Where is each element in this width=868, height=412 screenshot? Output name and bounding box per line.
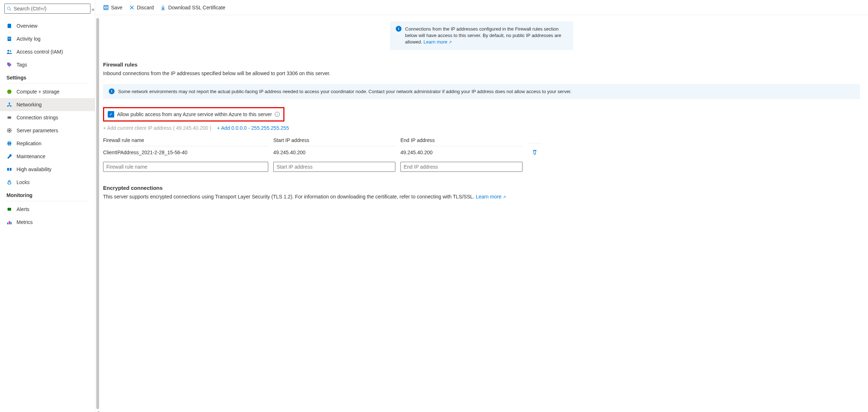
external-link-icon: ↗ xyxy=(503,195,506,199)
allow-azure-label: Allow public access from any Azure servi… xyxy=(117,111,272,117)
sidebar-divider xyxy=(6,201,88,201)
allow-azure-help-icon[interactable]: i xyxy=(275,112,280,117)
external-link-icon: ↗ xyxy=(449,40,452,44)
svg-rect-14 xyxy=(7,168,9,171)
svg-point-9 xyxy=(10,105,11,107)
sidebar-item-high-availability[interactable]: High availability xyxy=(0,163,95,176)
trash-icon xyxy=(532,149,538,155)
svg-rect-20 xyxy=(10,222,11,224)
col-header-name: Firewall rule name xyxy=(103,137,268,146)
new-rule-start-input[interactable] xyxy=(273,162,395,172)
sidebar: Search (Ctrl+/) « ▾ Overview Activity lo… xyxy=(0,0,95,412)
svg-point-6 xyxy=(7,90,11,94)
search-input[interactable]: Search (Ctrl+/) xyxy=(4,4,90,14)
gear-icon xyxy=(6,128,12,133)
col-header-end: End IP address xyxy=(400,137,523,146)
log-icon xyxy=(6,36,12,42)
download-ssl-button[interactable]: Download SSL Certificate xyxy=(160,5,225,10)
network-icon xyxy=(6,102,12,107)
svg-point-4 xyxy=(8,50,9,52)
database-icon xyxy=(6,23,12,29)
svg-rect-15 xyxy=(10,168,11,171)
save-label: Save xyxy=(111,5,122,10)
sidebar-item-overview[interactable]: Overview xyxy=(0,19,95,32)
info-network-environments: i Some network environments may not repo… xyxy=(103,84,860,99)
sidebar-divider xyxy=(6,83,88,84)
sidebar-item-label: Networking xyxy=(17,102,42,107)
sidebar-item-label: Maintenance xyxy=(17,154,45,159)
firewall-rules-desc: Inbound connections from the IP addresse… xyxy=(103,70,860,76)
sidebar-item-access-control[interactable]: Access control (IAM) xyxy=(0,45,95,58)
sidebar-item-server-parameters[interactable]: Server parameters xyxy=(0,124,95,137)
ip-actions-row: + Add current client IP address ( 49.245… xyxy=(103,125,860,131)
svg-rect-16 xyxy=(8,182,11,184)
info-text: Some network environments may not report… xyxy=(118,88,572,95)
sidebar-item-connection-strings[interactable]: Connection strings xyxy=(0,111,95,124)
svg-rect-18 xyxy=(7,223,8,224)
sidebar-item-label: Replication xyxy=(17,141,41,146)
sidebar-scrollbar-down[interactable]: ▾ xyxy=(98,410,99,412)
sidebar-item-label: Connection strings xyxy=(17,115,58,120)
metrics-icon xyxy=(6,219,12,225)
save-icon xyxy=(103,5,109,10)
sidebar-item-metrics[interactable]: Metrics xyxy=(0,216,95,229)
sidebar-item-alerts[interactable]: Alerts xyxy=(0,203,95,216)
sidebar-item-label: Server parameters xyxy=(17,128,58,133)
tag-icon xyxy=(6,62,12,68)
sidebar-item-label: Metrics xyxy=(17,219,33,225)
discard-icon xyxy=(129,5,135,10)
svg-rect-21 xyxy=(104,5,108,10)
sidebar-item-locks[interactable]: Locks xyxy=(0,176,95,189)
svg-point-5 xyxy=(10,50,11,52)
encrypted-desc: This server supports encrypted connectio… xyxy=(103,194,860,200)
sidebar-item-networking[interactable]: Networking xyxy=(0,98,95,111)
new-rule-name-input[interactable] xyxy=(103,162,268,172)
sidebar-item-label: Locks xyxy=(17,179,30,185)
sidebar-item-label: High availability xyxy=(17,166,51,172)
encrypted-learn-more-link[interactable]: Learn more ↗ xyxy=(476,194,506,200)
svg-rect-0 xyxy=(8,24,11,28)
sidebar-item-label: Activity log xyxy=(17,36,41,42)
sidebar-scrollbar[interactable] xyxy=(96,18,99,409)
svg-point-8 xyxy=(7,105,9,107)
add-current-ip-button[interactable]: + Add current client IP address ( 49.245… xyxy=(103,125,211,131)
discard-label: Discard xyxy=(137,5,154,10)
svg-rect-2 xyxy=(8,38,10,38)
toolbar: Save Discard Download SSL Certificate xyxy=(95,0,868,15)
sidebar-item-maintenance[interactable]: Maintenance xyxy=(0,150,95,163)
main-panel: Save Discard Download SSL Certificate i … xyxy=(95,0,868,412)
rule-name-cell: ClientIPAddress_2021-2-28_15-56-40 xyxy=(103,147,268,158)
col-header-start: Start IP address xyxy=(273,137,395,146)
sidebar-item-label: Alerts xyxy=(17,206,29,212)
compute-icon xyxy=(6,89,12,95)
save-button[interactable]: Save xyxy=(103,5,122,10)
new-rule-end-input[interactable] xyxy=(400,162,523,172)
svg-rect-3 xyxy=(8,39,10,39)
svg-rect-19 xyxy=(9,221,10,224)
delete-rule-button[interactable] xyxy=(528,146,542,159)
allow-azure-highlight: ✓ Allow public access from any Azure ser… xyxy=(103,107,284,122)
wrench-icon xyxy=(6,154,12,159)
svg-point-7 xyxy=(9,102,10,104)
sidebar-section-monitoring: Monitoring xyxy=(0,189,95,200)
connection-icon xyxy=(6,115,12,120)
add-all-ip-button[interactable]: + Add 0.0.0.0 - 255.255.255.255 xyxy=(217,125,289,131)
sidebar-item-replication[interactable]: Replication xyxy=(0,137,95,150)
sidebar-menu: Overview Activity log Access control (IA… xyxy=(0,18,95,230)
collapse-sidebar-button[interactable]: « xyxy=(89,5,97,13)
svg-rect-17 xyxy=(8,208,11,211)
globe-icon xyxy=(6,141,12,146)
discard-button[interactable]: Discard xyxy=(129,5,154,10)
info-text: Connections from the IP addresses config… xyxy=(405,26,567,46)
ha-icon xyxy=(6,166,12,172)
sidebar-item-activity-log[interactable]: Activity log xyxy=(0,32,95,45)
allow-azure-checkbox[interactable]: ✓ xyxy=(108,111,114,118)
sidebar-item-compute-storage[interactable]: Compute + storage xyxy=(0,85,95,98)
learn-more-link[interactable]: Learn more ↗ xyxy=(423,39,452,45)
content-area: i Connections from the IP addresses conf… xyxy=(95,15,868,208)
rule-start-cell: 49.245.40.200 xyxy=(273,147,395,158)
col-header-actions xyxy=(528,140,542,143)
lock-icon xyxy=(6,179,12,185)
info-icon: i xyxy=(396,26,401,32)
sidebar-item-tags[interactable]: Tags xyxy=(0,58,95,71)
